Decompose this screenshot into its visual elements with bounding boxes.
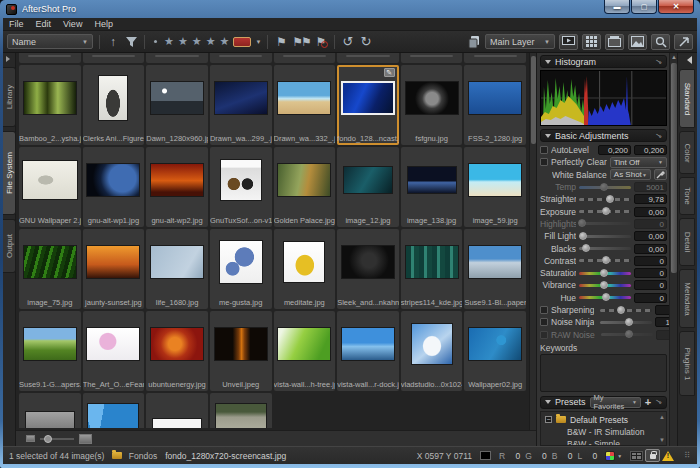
lock-toggle-button[interactable]: [645, 449, 660, 462]
thumbnail-cell-partial[interactable]: [83, 53, 145, 63]
maximize-button[interactable]: ▢: [631, 0, 657, 14]
star-3-icon[interactable]: ★: [192, 35, 202, 48]
thumbnail-cell[interactable]: The_Art_O...eFear.jpg: [83, 311, 145, 391]
star-5-icon[interactable]: ★: [220, 35, 230, 48]
scroll-up-icon[interactable]: ▲: [659, 414, 665, 420]
perfectly-clear-checkbox[interactable]: [540, 158, 548, 166]
thumbnail-cell[interactable]: [83, 393, 145, 428]
thumbnail-size-slider[interactable]: [40, 438, 74, 440]
thumbnail-cell-partial[interactable]: [19, 53, 81, 63]
collapse-minus-icon[interactable]: −: [545, 416, 552, 423]
thumbnail-cell[interactable]: Golden Palace.jpg: [274, 147, 336, 227]
magnifier-button[interactable]: [651, 34, 670, 50]
thumbnail-cell[interactable]: me-gusta.jpg: [210, 229, 272, 309]
presets-filter-dropdown[interactable]: My Favorites ▼: [590, 397, 641, 408]
thumbnail-cell[interactable]: image_12.jpg: [337, 147, 399, 227]
noise-ninja-slider-knob[interactable]: [625, 318, 633, 326]
thumbnail-cell[interactable]: Suse9.1-G...apers.jpg: [19, 311, 81, 391]
pin-icon[interactable]: ⊸: [654, 397, 664, 407]
chevron-down-icon[interactable]: ▼: [255, 39, 261, 45]
thumbnail-cell[interactable]: image_75.jpg: [19, 229, 81, 309]
rotate-right-icon[interactable]: ↻: [359, 34, 373, 50]
raw-noise-checkbox[interactable]: [540, 331, 548, 339]
sharpening-checkbox[interactable]: [540, 306, 548, 314]
raw-noise-slider-knob[interactable]: [625, 330, 633, 338]
keywords-input[interactable]: [540, 354, 667, 392]
pin-icon[interactable]: ⊸: [654, 130, 664, 140]
thumbnail-cell[interactable]: jaunty-sunset.jpg: [83, 229, 145, 309]
eyedropper-button[interactable]: [654, 169, 667, 180]
preset-item[interactable]: B&W - Simple: [541, 438, 666, 446]
panel-tab-standard[interactable]: Standard: [679, 69, 695, 128]
vibrance-slider-knob[interactable]: [600, 281, 608, 289]
noise-ninja-checkbox[interactable]: [540, 318, 548, 326]
close-button[interactable]: ✕: [658, 0, 694, 14]
add-preset-button[interactable]: +: [645, 397, 651, 407]
straighten-slider-knob[interactable]: [606, 195, 614, 203]
thumbnail-cell[interactable]: image_138.jpg: [401, 147, 463, 227]
exposure-slider[interactable]: [579, 210, 631, 213]
resize-grip[interactable]: ⠿: [684, 451, 691, 460]
thumbnail-view-button[interactable]: [582, 34, 601, 50]
menu-item-edit[interactable]: Edit: [36, 19, 52, 29]
autolevel-value[interactable]: 0,200: [634, 145, 667, 155]
thumbnail-cell[interactable]: gnu-alt-wp2.jpg: [146, 147, 208, 227]
pin-icon[interactable]: ⊸: [654, 56, 664, 66]
slideshow-button[interactable]: [559, 34, 578, 50]
thumbnail-cell[interactable]: Clerks Ani...Figure.jpg: [83, 65, 145, 145]
highlights-value[interactable]: 0: [634, 219, 667, 229]
collapse-arrow-icon[interactable]: [687, 56, 692, 64]
thumbnail-cell[interactable]: fondo_128...ncast.jpg✎: [337, 65, 399, 145]
blacks-slider-knob[interactable]: [582, 244, 590, 252]
saturation-slider-knob[interactable]: [600, 269, 608, 277]
blacks-value[interactable]: 0,00: [634, 244, 667, 254]
thumbnail-cell-partial[interactable]: [464, 53, 526, 63]
fullscreen-button[interactable]: [674, 34, 693, 50]
panel-tab-tone[interactable]: Tone: [679, 177, 695, 215]
panel-tab-color[interactable]: Color: [679, 131, 695, 174]
thumbnail-cell[interactable]: Bamboo_2...ysha.jpg: [19, 65, 81, 145]
highlights-slider-knob[interactable]: [578, 219, 586, 227]
star-4-icon[interactable]: ★: [206, 35, 216, 48]
thumbnail-cell-partial[interactable]: [274, 53, 336, 63]
highlights-slider[interactable]: [579, 222, 631, 225]
flag-pick-icon[interactable]: ⚑⚑: [292, 34, 310, 50]
panel-tab-metadata[interactable]: Metadata: [679, 269, 695, 328]
preset-folder-row[interactable]: − Default Presets: [541, 414, 666, 426]
raw-noise-slider[interactable]: [601, 333, 653, 336]
autolevel-value[interactable]: 0,200: [598, 145, 631, 155]
warning-icon[interactable]: [662, 451, 674, 461]
minimize-button[interactable]: ▬: [604, 0, 630, 14]
sidebar-tab-library[interactable]: Library: [3, 67, 16, 127]
star-2-icon[interactable]: ★: [178, 35, 188, 48]
layer-dropdown[interactable]: Main Layer ▼: [485, 34, 555, 49]
saturation-slider[interactable]: [579, 272, 631, 275]
collapse-triangle-icon[interactable]: [545, 400, 551, 404]
thumbnail-cell[interactable]: [210, 393, 272, 428]
thumbnail-cell[interactable]: ubuntuenergy.jpg: [146, 311, 208, 391]
thumbnail-cell[interactable]: [19, 393, 81, 428]
thumbnail-cell-partial[interactable]: [146, 53, 208, 63]
fill-light-value[interactable]: 0,00: [634, 231, 667, 241]
sidebar-tab-output[interactable]: Output: [3, 219, 16, 273]
color-profile-icon[interactable]: [605, 451, 615, 461]
vibrance-slider[interactable]: [579, 284, 631, 287]
thumbnail-cell[interactable]: stripes114_kde.jpg: [401, 229, 463, 309]
thumbnail-cell[interactable]: Suse9.1-Bl...papers.jpg: [464, 229, 526, 309]
histogram-header[interactable]: Histogram ⊸: [540, 55, 667, 68]
thumbnail-cell[interactable]: vladstudio...0x1024.jpg: [401, 311, 463, 391]
cache-status-icon[interactable]: [630, 451, 643, 461]
thumbnail-cell[interactable]: image_59.jpg: [464, 147, 526, 227]
vibrance-value[interactable]: 0: [634, 280, 667, 290]
large-thumbnail-icon[interactable]: [79, 434, 92, 444]
scroll-down-icon[interactable]: ▼: [659, 437, 665, 443]
star-1-icon[interactable]: ★: [164, 35, 174, 48]
panel-scrollbar[interactable]: ▲: [669, 53, 677, 446]
thumbnail-cell[interactable]: FSS-2_1280.jpg: [464, 65, 526, 145]
contrast-value[interactable]: 0: [634, 256, 667, 266]
thumbnail-cell[interactable]: vista-wall...r-dock.jpg: [337, 311, 399, 391]
fill-light-slider[interactable]: [579, 235, 631, 238]
no-rating-icon[interactable]: [154, 40, 157, 43]
hue-slider[interactable]: [579, 296, 631, 299]
thumbnail-cell[interactable]: Sleek_and...nkahn.jpg: [337, 229, 399, 309]
